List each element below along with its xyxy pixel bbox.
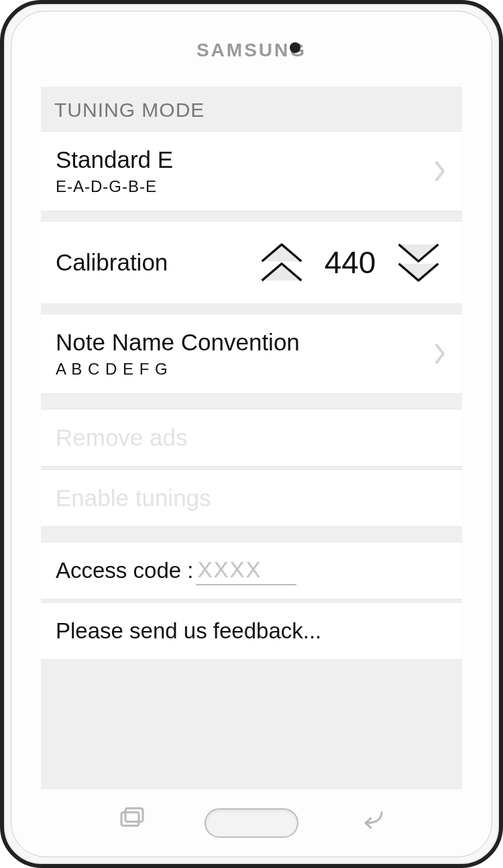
row-remove-ads[interactable]: Remove ads: [41, 409, 462, 467]
remove-ads-label: Remove ads: [56, 424, 187, 451]
row-tuning-selection[interactable]: Standard E E-A-D-G-B-E: [41, 131, 462, 211]
row-note-convention[interactable]: Note Name Convention A B C D E F G: [41, 314, 462, 394]
svg-rect-0: [121, 812, 139, 826]
calibration-up-button[interactable]: [253, 234, 311, 291]
row-calibration: Calibration 440: [41, 221, 462, 304]
device-brand: SAMSUNG: [11, 40, 492, 61]
access-code-label: Access code :: [56, 558, 193, 583]
chevron-up-double-icon: [254, 234, 310, 291]
device-bezel: SAMSUNG TUNING MODE Standard E E-A-D-G-B…: [11, 11, 492, 857]
enable-tunings-label: Enable tunings: [56, 485, 211, 512]
chevron-down-double-icon: [390, 234, 447, 291]
row-access-code: Access code :: [41, 542, 462, 599]
volume-rocker: [500, 185, 503, 293]
tuning-title: Standard E: [56, 146, 427, 173]
calibration-value: 440: [320, 244, 380, 281]
calibration-label: Calibration: [56, 249, 253, 276]
calibration-stepper: 440: [253, 234, 447, 291]
convention-title: Note Name Convention: [56, 329, 427, 356]
nav-home-button[interactable]: [205, 808, 298, 838]
back-icon: [356, 806, 386, 830]
feedback-label: Please send us feedback...: [56, 618, 321, 644]
tuning-subtitle: E-A-D-G-B-E: [56, 177, 427, 196]
access-code-input[interactable]: [196, 556, 296, 585]
nav-back-button[interactable]: [344, 798, 398, 838]
power-button: [500, 111, 503, 158]
recent-apps-icon: [117, 806, 147, 830]
row-feedback[interactable]: Please send us feedback...: [41, 602, 462, 660]
nav-recent-button[interactable]: [105, 798, 159, 838]
chevron-right-icon: [427, 160, 447, 183]
convention-subtitle: A B C D E F G: [56, 360, 427, 379]
row-enable-tunings[interactable]: Enable tunings: [41, 469, 462, 527]
app-screen: TUNING MODE Standard E E-A-D-G-B-E Calib…: [41, 87, 462, 789]
svg-rect-1: [125, 808, 143, 822]
section-header-tuning-mode: TUNING MODE: [41, 87, 462, 131]
chevron-right-icon: [427, 342, 447, 365]
calibration-down-button[interactable]: [390, 234, 447, 291]
device-frame: SAMSUNG TUNING MODE Standard E E-A-D-G-B…: [0, 0, 503, 868]
